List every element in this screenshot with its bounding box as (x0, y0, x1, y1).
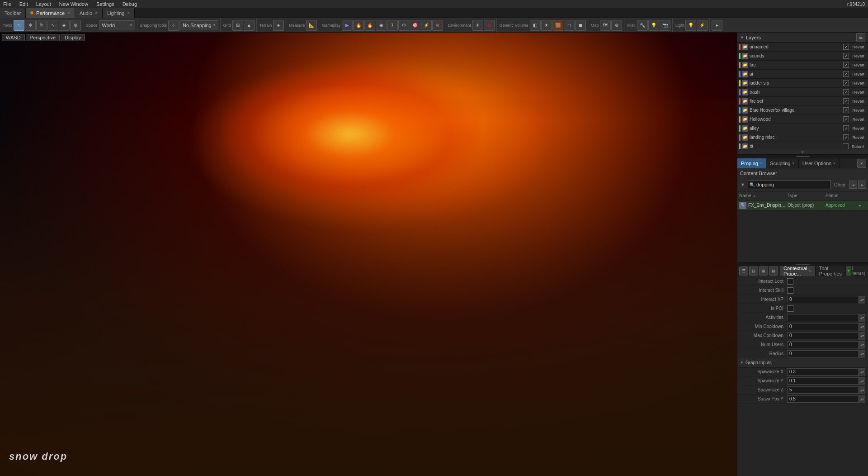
tab-audio-close[interactable]: × (95, 10, 98, 15)
layer-action-10[interactable]: Revert (850, 135, 866, 140)
layer-check-1[interactable]: ✓ (843, 53, 849, 59)
map-btn-1[interactable]: 🗺 (600, 20, 611, 31)
layer-item-0[interactable]: 📁unnamed✓Revert (737, 43, 868, 52)
tab-sculpting-close[interactable]: × (792, 161, 794, 166)
terrain-button[interactable]: ◈ (273, 20, 284, 31)
gameplay-btn-2[interactable]: 🔥 (353, 20, 364, 31)
prop-spinner-activities[interactable]: ▴▾ (859, 314, 865, 322)
prop-input-spawnsize-x[interactable] (789, 369, 863, 374)
menu-settings[interactable]: Settings (95, 1, 116, 7)
space-dropdown[interactable]: World ▾ (99, 20, 135, 30)
prop-spinner-min-cooldown[interactable]: ▴▾ (859, 324, 865, 331)
detail-view-btn[interactable]: ⊟ (749, 267, 758, 276)
layer-check-11[interactable] (843, 143, 849, 149)
layer-action-8[interactable]: Revert (850, 117, 866, 122)
gameplay-btn-3[interactable]: 🔥 (364, 20, 375, 31)
layer-action-9[interactable]: Revert (850, 126, 866, 131)
layer-action-7[interactable]: Revert (850, 108, 866, 113)
viewport-tab-display[interactable]: Display (61, 34, 85, 41)
search-clear-btn[interactable]: Clear (832, 182, 848, 187)
layer-item-4[interactable]: 📁ladder sip✓Revert (737, 79, 868, 88)
tree-view-btn[interactable]: ⊠ (769, 267, 778, 276)
grid-view-btn[interactable]: ⊞ (759, 267, 768, 276)
move-tool-button[interactable]: ✥ (25, 20, 36, 31)
prop-spinner-num-users[interactable]: ▴▾ (859, 342, 865, 349)
search-input[interactable] (748, 180, 831, 189)
prop-input-num-users[interactable] (789, 342, 863, 347)
col-name-header[interactable]: Name ▲ (739, 193, 786, 198)
layer-item-10[interactable]: 📁landing misc✓Revert (737, 133, 868, 142)
prop-input-activities[interactable] (789, 315, 863, 320)
prop-input-spawnsize-y[interactable] (789, 378, 863, 383)
env-btn-2[interactable]: ⊗ (484, 20, 495, 31)
layer-check-8[interactable]: ✓ (843, 116, 849, 122)
layer-check-3[interactable]: ✓ (843, 71, 849, 77)
gameplay-btn-7[interactable]: 🎯 (410, 20, 420, 31)
layer-item-11[interactable]: 📁tttSubmit (737, 142, 868, 149)
tool-6-button[interactable]: ⊕ (70, 20, 81, 31)
prop-spinner-spawnsize-y[interactable]: ▴▾ (859, 378, 865, 385)
layer-item-3[interactable]: 📁ai✓Revert (737, 70, 868, 79)
tab-lighting[interactable]: Lighting × (103, 8, 135, 18)
prop-input-min-cooldown[interactable] (789, 324, 863, 329)
layer-check-9[interactable]: ✓ (843, 125, 849, 131)
vol-btn-2[interactable]: ★ (541, 20, 552, 31)
snapping-icon-button[interactable]: ⊹ (168, 20, 179, 31)
gameplay-btn-6[interactable]: ⚙ (398, 20, 409, 31)
layer-check-4[interactable]: ✓ (843, 80, 849, 86)
tab-proping-close[interactable]: × (760, 161, 762, 166)
add-tab-button[interactable]: + (846, 267, 851, 276)
viewport-tab-perspective[interactable]: Perspective (26, 34, 60, 41)
misc-btn-3[interactable]: 📷 (660, 20, 670, 31)
vol-btn-3[interactable]: 🟫 (552, 20, 563, 31)
menu-file[interactable]: File (2, 1, 13, 7)
layers-menu-btn[interactable]: ☰ (856, 33, 865, 42)
prop-checkbox-interact-loot[interactable] (787, 278, 793, 285)
layer-action-4[interactable]: Revert (850, 81, 866, 86)
tab-sculpting[interactable]: Sculpting × (766, 158, 799, 168)
layer-action-3[interactable]: Revert (850, 71, 866, 77)
more-tools-button[interactable]: ▸ (712, 20, 722, 31)
layer-check-6[interactable]: ✓ (843, 98, 849, 104)
gameplay-btn-1[interactable]: ▶ (342, 20, 353, 31)
layer-check-5[interactable]: ✓ (843, 89, 849, 95)
viewport[interactable]: WASD Perspective Display snow drop (0, 33, 737, 476)
close-all-tabs-btn[interactable]: × (857, 159, 866, 168)
menu-edit[interactable]: Edit (18, 1, 29, 7)
gameplay-btn-5[interactable]: 🚶 (387, 20, 398, 31)
light-btn-1[interactable]: 💡 (685, 20, 696, 31)
tab-contextual-props[interactable]: Contextual Prope... × (780, 266, 816, 276)
tab-audio[interactable]: Audio × (75, 8, 103, 18)
tab-tool-properties[interactable]: Tool Properties (816, 266, 846, 276)
prop-spinner-spawnsize-x[interactable]: ▴▾ (859, 369, 865, 376)
select-tool-button[interactable]: ↖ (14, 20, 24, 31)
layer-item-8[interactable]: 📁Hellowood✓Revert (737, 115, 868, 124)
tab-proping[interactable]: Proping × (737, 158, 766, 168)
layers-collapse-icon[interactable]: ▼ (740, 35, 744, 40)
vol-btn-1[interactable]: ◧ (530, 20, 541, 31)
tab-contextual-close[interactable]: × (809, 269, 811, 273)
content-item-arrow[interactable]: ▸ (859, 203, 866, 208)
misc-btn-1[interactable]: 🔧 (637, 20, 648, 31)
layer-check-2[interactable]: ✓ (843, 62, 849, 68)
prop-checkbox-is-poi[interactable] (787, 305, 793, 312)
layer-action-1[interactable]: Revert (850, 53, 866, 59)
layer-item-9[interactable]: 📁alley✓Revert (737, 124, 868, 133)
grid-button-2[interactable]: ▲ (244, 20, 255, 31)
search-next-btn[interactable]: ▸ (858, 181, 866, 189)
list-view-btn[interactable]: ☰ (739, 267, 748, 276)
prop-spinner-spawnsize-z[interactable]: ▴▾ (859, 387, 865, 394)
tool-5-button[interactable]: ◈ (59, 20, 70, 31)
prop-spinner-radius[interactable]: ▴▾ (859, 351, 865, 358)
menu-new-window[interactable]: New Window (58, 1, 90, 7)
panel-divider-2[interactable] (737, 262, 868, 266)
prop-input-interact-xp[interactable] (789, 297, 863, 302)
col-type-header[interactable]: Type (788, 193, 824, 198)
vol-btn-4[interactable]: ◻ (564, 20, 575, 31)
prop-checkbox-interact-skill[interactable] (787, 287, 793, 294)
snapping-dropdown[interactable]: No Snapping ▾ (179, 20, 218, 30)
menu-debug[interactable]: Debug (121, 1, 138, 7)
tab-user-options-close[interactable]: × (833, 161, 835, 166)
tab-performance[interactable]: Performance × (26, 8, 75, 18)
light-btn-2[interactable]: ⚡ (697, 20, 708, 31)
